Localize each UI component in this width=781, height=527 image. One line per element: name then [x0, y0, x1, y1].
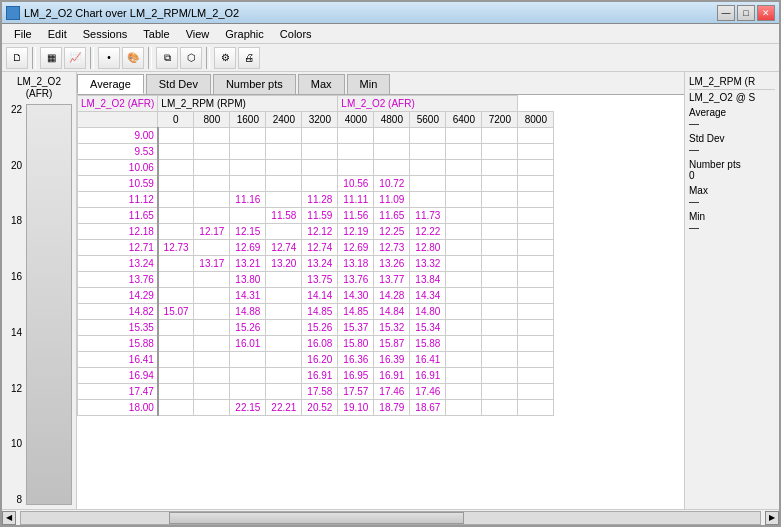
cell-value[interactable]	[518, 384, 554, 400]
cell-value[interactable]	[158, 384, 194, 400]
cell-value[interactable]: 14.85	[302, 304, 338, 320]
cell-value[interactable]	[158, 400, 194, 416]
cell-value[interactable]	[194, 240, 230, 256]
cell-value[interactable]	[518, 288, 554, 304]
cell-value[interactable]	[410, 144, 446, 160]
cell-value[interactable]	[266, 224, 302, 240]
cell-value[interactable]: 12.25	[374, 224, 410, 240]
cell-value[interactable]: 11.59	[302, 208, 338, 224]
cell-value[interactable]: 13.18	[338, 256, 374, 272]
cell-value[interactable]	[158, 224, 194, 240]
cell-value[interactable]: 17.57	[338, 384, 374, 400]
cell-value[interactable]	[266, 368, 302, 384]
cell-value[interactable]: 16.41	[410, 352, 446, 368]
cell-value[interactable]: 13.32	[410, 256, 446, 272]
cell-value[interactable]: 14.85	[338, 304, 374, 320]
cell-value[interactable]	[446, 304, 482, 320]
close-button[interactable]: ✕	[757, 5, 775, 21]
cell-value[interactable]: 14.84	[374, 304, 410, 320]
cell-value[interactable]: 15.26	[230, 320, 266, 336]
cell-value[interactable]: 11.73	[410, 208, 446, 224]
menu-colors[interactable]: Colors	[272, 27, 320, 41]
cell-value[interactable]	[518, 400, 554, 416]
cell-value[interactable]	[482, 224, 518, 240]
cell-value[interactable]	[194, 352, 230, 368]
cell-value[interactable]: 22.15	[230, 400, 266, 416]
chart-button[interactable]: 📈	[64, 47, 86, 69]
cell-value[interactable]	[158, 128, 194, 144]
cell-value[interactable]	[446, 176, 482, 192]
cell-value[interactable]	[482, 336, 518, 352]
cell-value[interactable]: 15.87	[374, 336, 410, 352]
cell-value[interactable]: 15.88	[410, 336, 446, 352]
cell-value[interactable]	[482, 256, 518, 272]
cell-value[interactable]	[482, 272, 518, 288]
cell-value[interactable]: 12.74	[302, 240, 338, 256]
cell-value[interactable]: 16.91	[302, 368, 338, 384]
cell-value[interactable]	[518, 336, 554, 352]
cell-value[interactable]: 13.77	[374, 272, 410, 288]
cell-value[interactable]	[482, 208, 518, 224]
filter-button[interactable]: ⚙	[214, 47, 236, 69]
cell-value[interactable]	[194, 128, 230, 144]
maximize-button[interactable]: □	[737, 5, 755, 21]
cell-value[interactable]	[266, 320, 302, 336]
cell-value[interactable]	[194, 368, 230, 384]
cell-value[interactable]	[266, 128, 302, 144]
cell-value[interactable]	[482, 304, 518, 320]
cell-value[interactable]: 16.95	[338, 368, 374, 384]
menu-table[interactable]: Table	[135, 27, 177, 41]
cell-value[interactable]: 16.20	[302, 352, 338, 368]
cell-value[interactable]: 13.24	[302, 256, 338, 272]
scrollbar-thumb[interactable]	[169, 512, 465, 524]
cell-value[interactable]	[266, 176, 302, 192]
cell-value[interactable]	[518, 128, 554, 144]
cell-value[interactable]: 11.28	[302, 192, 338, 208]
tab-stddev[interactable]: Std Dev	[146, 74, 211, 94]
cell-value[interactable]: 12.80	[410, 240, 446, 256]
cell-value[interactable]	[158, 352, 194, 368]
cell-value[interactable]: 22.21	[266, 400, 302, 416]
cell-value[interactable]	[338, 160, 374, 176]
cell-value[interactable]: 12.19	[338, 224, 374, 240]
cell-value[interactable]	[482, 368, 518, 384]
cell-value[interactable]: 12.69	[338, 240, 374, 256]
print-button[interactable]: 🖨	[238, 47, 260, 69]
cell-value[interactable]: 13.84	[410, 272, 446, 288]
cell-value[interactable]	[446, 368, 482, 384]
cell-value[interactable]	[158, 320, 194, 336]
cell-value[interactable]	[482, 192, 518, 208]
cell-value[interactable]	[482, 288, 518, 304]
cell-value[interactable]: 10.72	[374, 176, 410, 192]
cell-value[interactable]: 13.26	[374, 256, 410, 272]
menu-sessions[interactable]: Sessions	[75, 27, 136, 41]
cell-value[interactable]: 17.58	[302, 384, 338, 400]
cell-value[interactable]: 12.73	[374, 240, 410, 256]
cell-value[interactable]	[230, 208, 266, 224]
cell-value[interactable]	[230, 352, 266, 368]
cell-value[interactable]	[446, 224, 482, 240]
cell-value[interactable]	[230, 160, 266, 176]
cell-value[interactable]: 15.26	[302, 320, 338, 336]
cell-value[interactable]	[518, 160, 554, 176]
cell-value[interactable]: 18.67	[410, 400, 446, 416]
cell-value[interactable]	[266, 336, 302, 352]
cell-value[interactable]	[446, 192, 482, 208]
cell-value[interactable]	[194, 272, 230, 288]
cell-value[interactable]	[518, 240, 554, 256]
cell-value[interactable]	[266, 144, 302, 160]
cell-value[interactable]: 14.34	[410, 288, 446, 304]
cell-value[interactable]	[446, 144, 482, 160]
cell-value[interactable]	[482, 320, 518, 336]
cell-value[interactable]	[374, 160, 410, 176]
menu-edit[interactable]: Edit	[40, 27, 75, 41]
cell-value[interactable]: 16.01	[230, 336, 266, 352]
cell-value[interactable]	[410, 128, 446, 144]
tab-average[interactable]: Average	[77, 74, 144, 94]
cell-value[interactable]: 11.58	[266, 208, 302, 224]
cell-value[interactable]	[446, 336, 482, 352]
cell-value[interactable]: 12.74	[266, 240, 302, 256]
cell-value[interactable]	[230, 128, 266, 144]
cell-value[interactable]	[374, 144, 410, 160]
cell-value[interactable]: 12.15	[230, 224, 266, 240]
